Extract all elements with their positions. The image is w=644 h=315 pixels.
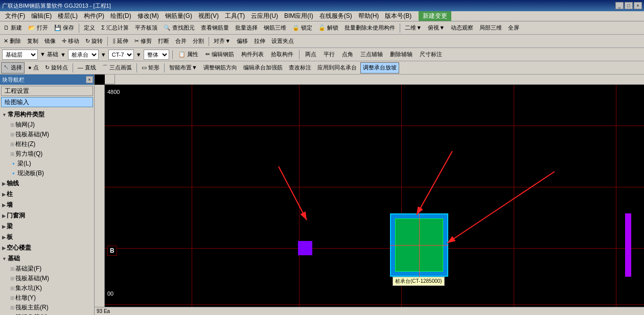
purple-element-left[interactable] [298,241,312,255]
select-component-type[interactable]: 桩承台 [68,50,99,60]
menu-file[interactable]: 文件(F) [2,11,28,21]
btn-copy[interactable]: 复制 [25,36,41,47]
btn-rebar-dir[interactable]: 调整钢筋方向 [201,62,240,74]
menu-rebar[interactable]: 钢筋量(G) [162,11,195,21]
tree-section-axis[interactable]: ▶ 轴线 [0,178,94,189]
btn-parallel[interactable]: 平行 [321,49,337,60]
btn-fullscreen[interactable]: 全屏 [505,22,522,34]
menu-online[interactable]: 在线服务(S) [316,11,355,21]
tree-item-sumpitk[interactable]: ⊞ 集水坑(K) [0,283,94,293]
tree-section-door[interactable]: ▶ 门窗洞 [0,210,94,221]
title-maximize[interactable]: □ [625,2,633,9]
btn-property[interactable]: 📋 属性 [176,49,201,60]
btn-top-view[interactable]: 俯视▼ [425,22,447,34]
btn-open[interactable]: 📂 打开 [26,22,51,34]
btn-delete[interactable]: ✕ 删除 [1,36,24,47]
blue-element-container[interactable]: 桩承台(CT-1285000) [390,213,448,277]
btn-apply-same[interactable]: 应用到同名承台 [315,62,359,74]
menu-draw[interactable]: 绘图(D) [107,11,134,21]
btn-define[interactable]: 定义 [81,22,98,34]
btn-align[interactable]: 对齐▼ [211,36,233,47]
btn-extend[interactable]: ‖ 延伸 [110,36,131,47]
btn-threepoint-axis[interactable]: 三点辅轴 [358,49,385,60]
btn-rotate-point[interactable]: ↻ 旋转点 [42,62,71,74]
menu-floor[interactable]: 楼层(L) [55,11,81,21]
btn-2d[interactable]: 二维▼ [402,22,424,34]
btn-split[interactable]: 分割 [190,36,206,47]
btn-smart[interactable]: 智能布置▼ [167,62,200,74]
tree-item-raft[interactable]: ⊞ 筏板基础(M) [0,130,94,139]
menu-modify[interactable]: 修改(M) [134,11,162,21]
btn-rotate[interactable]: ↻ 旋转 [83,36,105,47]
canvas-inner[interactable]: 4800 B 00 桩承台(CT-1285000) [105,85,644,307]
tree-item-shearwall[interactable]: ⊞ 剪力墙(Q) [0,149,94,159]
tree-item-pilecap-foot[interactable]: ⊞ 柱墩(Y) [0,293,94,303]
btn-comp-list[interactable]: 构件列表 [239,49,266,60]
btn-merge[interactable]: 合并 [173,36,189,47]
menu-new-change[interactable]: 新建变更 [419,11,451,21]
btn-check-mark[interactable]: 查改标注 [286,62,314,74]
tree-item-slab[interactable]: 🔹 现浇板(B) [0,168,94,178]
tree-item-framecol[interactable]: ⊞ 框柱(Z) [0,139,94,149]
tree-item-axis[interactable]: ⊞ 轴网(J) [0,120,94,130]
tree-section-col[interactable]: ▶ 柱 [0,189,94,200]
tree-section-foundation[interactable]: ▼ 基础 [0,253,94,264]
select-layer[interactable]: 基础层 [2,50,38,60]
btn-arc[interactable]: ⌒ 三点画弧 [100,62,134,74]
tree-section-wall[interactable]: ▶ 墙 [0,200,94,210]
btn-trim[interactable]: ✂ 修剪 [132,36,154,47]
btn-project-settings[interactable]: 工程设置 [1,86,93,96]
btn-find[interactable]: 🔍 查找图元 [161,22,197,34]
btn-point[interactable]: ● 点 [26,62,41,74]
btn-edit-cap[interactable]: 编辑承台加强筋 [241,62,285,74]
btn-draw-input[interactable]: 绘图输入 [1,97,93,107]
sidebar-close-btn[interactable]: × [86,76,93,83]
btn-rebar-3d[interactable]: 钢筋三维 [261,22,289,34]
tree-item-foundbeam[interactable]: ⊞ 基础梁(F) [0,264,94,274]
btn-break[interactable]: 打断 [155,36,172,47]
menu-bim[interactable]: BIM应用(I) [281,11,316,21]
btn-flat[interactable]: 平齐板顶 [132,22,160,34]
btn-offset[interactable]: 偏移 [234,36,250,47]
btn-move[interactable]: ✛ 移动 [59,36,82,47]
btn-new[interactable]: 🗋 新建 [1,22,25,34]
btn-line[interactable]: — 直线 [75,62,99,74]
btn-adjust-slope[interactable]: 调整承台放坡 [360,62,399,74]
menu-tools[interactable]: 工具(T) [222,11,248,21]
btn-save[interactable]: 💾 保存 [52,22,77,34]
btn-rect[interactable]: ▭ 矩形 [139,62,162,74]
tree-item-raft2[interactable]: ⊞ 筏板基础(M) [0,274,94,283]
menu-help[interactable]: 帮助(H) [355,11,382,21]
tree-item-raftnegbar[interactable]: ⊞ 筏板负筋(X) [0,312,94,315]
btn-batch-del[interactable]: 批量删除未使用构件 [342,22,398,34]
btn-pointangle[interactable]: 点角 [339,49,356,60]
btn-lock[interactable]: 🔒 锁定 [290,22,315,34]
menu-component[interactable]: 构件(P) [81,11,107,21]
tree-section-beam[interactable]: ▶ 梁 [0,221,94,232]
btn-sum[interactable]: Σ 汇总计算 [99,22,131,34]
btn-setpoint[interactable]: 设置夹点 [269,36,296,47]
menu-version[interactable]: 版本号(B) [382,11,415,21]
menu-view[interactable]: 视图(V) [195,11,222,21]
btn-dynamic[interactable]: 动态观察 [448,22,476,34]
btn-del-axis[interactable]: 删除辅轴 [387,49,415,60]
btn-edit-rebar[interactable]: ✏ 编辑钢筋 [203,49,237,60]
btn-select[interactable]: ↖ 选择 [1,62,25,74]
btn-view-rebar[interactable]: 查看钢筋量 [198,22,232,34]
btn-pick[interactable]: 拾取构件 [268,49,296,60]
tree-section-common[interactable]: ▼ 常用构件类型 [0,109,94,120]
select-view-mode[interactable]: 整体 [144,50,169,60]
btn-local-3d[interactable]: 局部三维 [477,22,504,34]
tree-item-raftmainbar[interactable]: ⊞ 筏板主筋(R) [0,303,94,312]
title-close[interactable]: × [634,2,642,9]
tree-section-slab[interactable]: ▶ 板 [0,232,94,243]
canvas-area[interactable]: 4800 B 00 桩承台(CT-1285000) [95,75,644,315]
btn-mirror[interactable]: 镜像 [42,36,58,47]
menu-edit[interactable]: 编辑(E) [28,11,55,21]
menu-cloud[interactable]: 云应用(U) [248,11,281,21]
select-component-id[interactable]: CT-7 [108,50,134,60]
btn-unlock[interactable]: 🔓 解锁 [316,22,341,34]
btn-batch-sel[interactable]: 批量选择 [233,22,260,34]
btn-stretch[interactable]: 拉伸 [251,36,268,47]
btn-twopoint[interactable]: 两点 [303,49,319,60]
